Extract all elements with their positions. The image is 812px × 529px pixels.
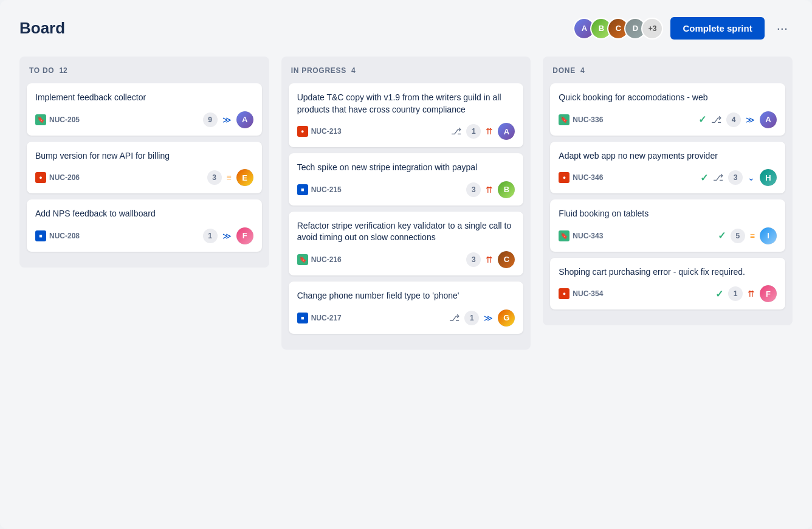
card-title: Update T&C copy with v1.9 from the write… [297, 92, 515, 116]
story-points: 5 [731, 229, 745, 243]
card-nuc208[interactable]: Add NPS feedback to wallboard ■ NUC-208 … [27, 199, 262, 252]
story-points: 9 [203, 112, 218, 127]
header-right: A B C D +3 Complete sprint ··· [573, 17, 793, 40]
story-points: 4 [726, 112, 741, 127]
issue-badge: 🔖 NUC-205 [35, 114, 80, 125]
column-inprogress: IN PROGRESS 4 Update T&C copy with v1.9 … [281, 57, 531, 350]
card-title: Fluid booking on tablets [559, 208, 777, 220]
priority-icon: ≡ [750, 231, 755, 241]
card-title: Tech spike on new stripe integration wit… [297, 162, 515, 174]
story-points: 3 [207, 170, 222, 185]
card-title: Add NPS feedback to wallboard [35, 208, 253, 220]
assignee-avatar: I [760, 227, 777, 244]
card-nuc336[interactable]: Quick booking for accomodations - web 🔖 … [550, 83, 785, 136]
card-meta: 🔖 NUC-336 ✓ ⎇ 4 ≫ A [559, 111, 777, 128]
column-title-inprogress: IN PROGRESS [291, 66, 346, 75]
column-todo: TO DO 12 Implement feedback collector 🔖 … [19, 57, 269, 268]
priority-icon: ≫ [222, 115, 232, 125]
column-done: DONE 4 Quick booking for accomodations -… [543, 57, 793, 325]
issue-id: NUC-208 [49, 232, 80, 240]
card-title: Adapt web app no new payments provider [559, 150, 777, 162]
column-title-done: DONE [552, 66, 576, 75]
issue-type-icon: 🔖 [559, 114, 569, 125]
card-meta: 🔖 NUC-343 ✓ 5 ≡ I [559, 227, 777, 244]
column-count-done: 4 [580, 66, 585, 75]
card-nuc216[interactable]: Refactor stripe verification key validat… [289, 212, 524, 275]
card-title: Quick booking for accomodations - web [559, 92, 777, 104]
priority-icon: ⇈ [748, 289, 755, 299]
issue-badge: ● NUC-346 [559, 172, 603, 183]
issue-type-icon: ● [35, 172, 46, 183]
story-points: 3 [466, 252, 481, 267]
card-nuc215[interactable]: Tech spike on new stripe integration wit… [289, 153, 524, 206]
issue-id: NUC-346 [573, 173, 603, 182]
issue-type-icon: ● [297, 126, 308, 137]
issue-type-icon: 🔖 [559, 230, 569, 241]
priority-icon: ≫ [484, 313, 493, 323]
card-nuc206[interactable]: Bump version for new API for billing ● N… [27, 142, 262, 194]
column-count-todo: 12 [59, 66, 67, 75]
issue-id: NUC-206 [49, 173, 80, 182]
issue-badge: ● NUC-213 [297, 126, 342, 137]
card-meta: ■ NUC-208 1 ≫ F [35, 227, 253, 244]
card-meta: 🔖 NUC-205 9 ≫ A [35, 111, 253, 128]
card-meta: ■ NUC-217 ⎇ 1 ≫ G [297, 309, 515, 327]
issue-badge: 🔖 NUC-336 [559, 114, 603, 125]
story-points: 1 [203, 229, 218, 243]
avatar-count[interactable]: +3 [641, 18, 663, 40]
issue-type-icon: ■ [297, 184, 308, 195]
card-nuc346[interactable]: Adapt web app no new payments provider ●… [550, 142, 785, 194]
priority-icon: ⇈ [486, 185, 493, 195]
card-nuc213[interactable]: Update T&C copy with v1.9 from the write… [289, 83, 524, 147]
issue-badge: ■ NUC-208 [35, 230, 80, 241]
issue-id: NUC-205 [49, 116, 80, 124]
branch-icon: ⎇ [449, 313, 459, 323]
assignee-avatar: B [498, 181, 515, 198]
branch-icon: ⎇ [711, 114, 721, 125]
priority-icon: ≫ [746, 115, 755, 125]
assignee-avatar: H [760, 169, 777, 186]
card-nuc205[interactable]: Implement feedback collector 🔖 NUC-205 9… [27, 83, 262, 136]
story-points: 1 [728, 286, 743, 301]
issue-badge: 🔖 NUC-343 [559, 230, 603, 241]
column-title-todo: TO DO [29, 66, 54, 75]
more-options-button[interactable]: ··· [772, 18, 793, 39]
card-nuc354[interactable]: Shoping cart purchasing error - quick fi… [550, 258, 785, 310]
issue-badge: ● NUC-354 [559, 288, 603, 299]
branch-icon: ⎇ [713, 172, 723, 183]
column-header-done: DONE 4 [550, 66, 785, 75]
issue-id: NUC-217 [311, 314, 342, 322]
issue-id: NUC-215 [311, 185, 342, 194]
card-title: Change phone number field type to 'phone… [297, 290, 515, 302]
assignee-avatar: F [236, 227, 253, 244]
priority-icon: ⇈ [486, 126, 493, 136]
priority-icon: ≡ [227, 173, 232, 182]
issue-type-icon: 🔖 [35, 114, 46, 125]
done-check-icon: ✓ [698, 114, 706, 125]
column-count-inprogress: 4 [351, 66, 356, 75]
assignee-avatar: A [498, 123, 515, 140]
card-title: Shoping cart purchasing error - quick fi… [559, 266, 777, 278]
issue-id: NUC-216 [311, 255, 342, 264]
issue-id: NUC-213 [311, 127, 342, 136]
issue-badge: ■ NUC-217 [297, 313, 342, 323]
page-title: Board [19, 19, 65, 38]
board: TO DO 12 Implement feedback collector 🔖 … [19, 57, 793, 350]
complete-sprint-button[interactable]: Complete sprint [670, 17, 764, 40]
card-nuc217[interactable]: Change phone number field type to 'phone… [289, 282, 524, 334]
card-meta: ● NUC-206 3 ≡ E [35, 169, 253, 186]
card-meta: ■ NUC-215 3 ⇈ B [297, 181, 515, 198]
issue-type-icon: ● [559, 288, 569, 299]
column-header-todo: TO DO 12 [27, 66, 262, 75]
card-meta: 🔖 NUC-216 3 ⇈ C [297, 251, 515, 268]
done-check-icon: ✓ [718, 230, 726, 241]
story-points: 3 [466, 182, 481, 197]
priority-icon: ⌄ [748, 173, 755, 182]
avatar-group: A B C D +3 [573, 18, 663, 40]
card-nuc343[interactable]: Fluid booking on tablets 🔖 NUC-343 ✓ 5 ≡… [550, 199, 785, 252]
card-title: Implement feedback collector [35, 92, 253, 104]
done-check-icon: ✓ [700, 172, 708, 184]
issue-type-icon: ■ [297, 313, 308, 323]
issue-type-icon: 🔖 [297, 254, 308, 265]
card-title: Refactor stripe verification key validat… [297, 220, 515, 244]
